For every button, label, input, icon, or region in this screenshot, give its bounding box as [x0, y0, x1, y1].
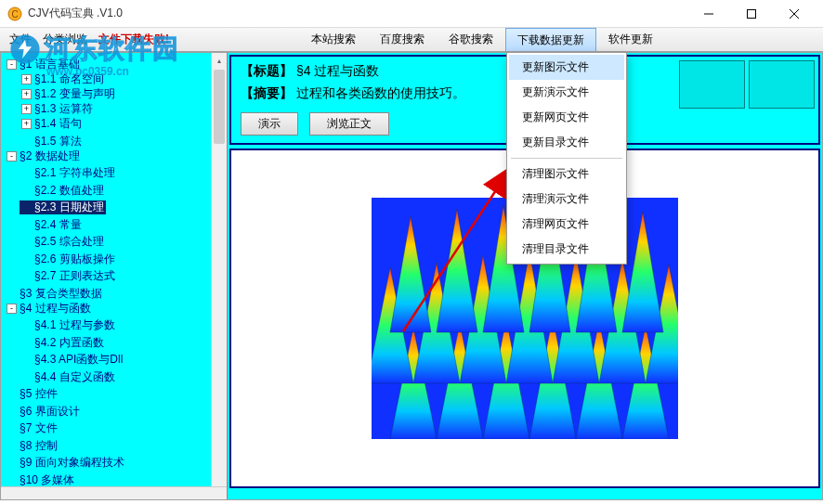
tab-download-update[interactable]: 下载数据更新 — [505, 28, 596, 51]
dropdown-update-demo[interactable]: 更新演示文件 — [509, 80, 624, 105]
tree-item[interactable]: §2.6 剪贴板操作 — [20, 252, 117, 266]
dropdown-clean-catalog[interactable]: 清理目录文件 — [509, 237, 624, 262]
svg-text:C: C — [11, 9, 18, 19]
tree-label: §1.1 命名空间 — [34, 72, 104, 86]
tree-item[interactable]: §3 复合类型数据 — [5, 287, 104, 301]
menu-file[interactable]: 文件 — [9, 32, 32, 47]
tree-item[interactable]: §2.4 常量 — [20, 218, 84, 232]
tree-item[interactable]: §5 控件 — [5, 387, 59, 401]
tree-scrollbar-v[interactable]: ▴▾ — [211, 53, 227, 499]
tree-label: §1.3 运算符 — [34, 102, 93, 116]
tree-toggle-icon[interactable]: - — [7, 304, 17, 314]
title-label: 【标题】 — [241, 63, 293, 78]
app-icon: C — [7, 6, 22, 21]
tree-item[interactable]: §9 面向对象编程技术 — [5, 456, 126, 470]
tree-item[interactable]: §2.5 综合处理 — [20, 235, 106, 249]
tree-item[interactable]: §2.3 日期处理 — [20, 200, 106, 214]
close-button[interactable] — [773, 0, 816, 28]
summary-label: 【摘要】 — [241, 85, 293, 100]
tree-toggle-icon[interactable]: - — [7, 59, 17, 70]
tree-item[interactable]: §2.2 数值处理 — [20, 184, 106, 198]
update-dropdown: 更新图示文件 更新演示文件 更新网页文件 更新目录文件 清理图示文件 清理演示文… — [506, 52, 627, 265]
tree-label: §2.5 综合处理 — [34, 235, 104, 249]
tree-item[interactable]: §4.1 过程与参数 — [20, 318, 117, 332]
tree-item[interactable]: +§1.1 命名空间 — [20, 72, 106, 86]
tree-item[interactable]: +§1.2 变量与声明 — [20, 87, 117, 101]
tree-label: §10 多媒体 — [20, 473, 74, 487]
tab-software-update[interactable]: 软件更新 — [596, 28, 665, 51]
cyan-box-2 — [749, 60, 815, 109]
tree-label: §8 控制 — [20, 439, 58, 453]
tree-label: §2.6 剪贴板操作 — [34, 252, 115, 266]
tree-item[interactable]: §2.1 字符串处理 — [20, 166, 117, 180]
tree-label: §2.4 常量 — [34, 218, 82, 232]
tree-label: §1.5 算法 — [34, 135, 82, 149]
demo-button[interactable]: 演示 — [241, 112, 298, 136]
tree-label: §4.3 API函数与Dll — [34, 353, 123, 367]
svg-rect-3 — [748, 9, 756, 18]
tree-item[interactable]: §10 多媒体 — [5, 473, 76, 487]
menubar: 文件 分类浏览 文件下载失败! 本站搜索 百度搜索 谷歌搜索 下载数据更新 软件… — [0, 28, 823, 52]
tree-item[interactable]: -§4 过程与函数 — [5, 302, 93, 316]
dropdown-clean-image[interactable]: 清理图示文件 — [509, 162, 624, 187]
tree-label: §3 复合类型数据 — [20, 287, 102, 301]
window-title: CJV代码宝典 .V1.0 — [28, 6, 687, 21]
tree-label: §4.1 过程与参数 — [34, 318, 115, 332]
tree-label: §2.2 数值处理 — [34, 184, 104, 198]
tree-label: §4.2 内置函数 — [34, 336, 104, 350]
tree-label: §5 控件 — [20, 387, 58, 401]
tree-toggle-icon[interactable]: - — [7, 151, 17, 162]
tree-label: §2.3 日期处理 — [34, 200, 104, 214]
cyan-box-1 — [679, 60, 745, 109]
tree-scrollbar-h[interactable] — [1, 486, 227, 499]
tab-google-search[interactable]: 谷歌搜索 — [437, 28, 505, 51]
tree-item[interactable]: -§1 语言基础 — [5, 58, 82, 71]
titlebar: C CJV代码宝典 .V1.0 — [0, 0, 823, 28]
tree-toggle-icon[interactable]: + — [21, 119, 32, 129]
tree-toggle-icon[interactable]: + — [21, 74, 32, 84]
tree-toggle-icon[interactable]: + — [21, 89, 32, 99]
tree-item[interactable]: §4.3 API函数与Dll — [20, 353, 124, 367]
menu-browse[interactable]: 分类浏览 — [43, 32, 87, 47]
minimize-button[interactable] — [687, 0, 730, 28]
tree-item[interactable]: §1.5 算法 — [20, 135, 84, 149]
tree-item[interactable]: -§2 数据处理 — [5, 149, 82, 163]
tree-item[interactable]: §8 控制 — [5, 439, 59, 453]
browse-body-button[interactable]: 浏览正文 — [309, 112, 389, 136]
dropdown-update-image[interactable]: 更新图示文件 — [509, 55, 624, 80]
tree-label: §4.4 自定义函数 — [34, 370, 115, 384]
tree-label: §2.7 正则表达式 — [34, 269, 115, 283]
tree-label: §1 语言基础 — [20, 58, 80, 71]
dropdown-update-webpage[interactable]: 更新网页文件 — [509, 105, 624, 130]
summary-text: 过程和各类函数的使用技巧。 — [296, 85, 465, 100]
tree-item[interactable]: §2.7 正则表达式 — [20, 269, 117, 283]
tree-item[interactable]: §6 界面设计 — [5, 405, 82, 419]
maximize-button[interactable] — [730, 0, 773, 28]
tree-label: §2 数据处理 — [20, 149, 80, 163]
tree-label: §1.4 语句 — [34, 117, 82, 131]
tree-panel[interactable]: -§1 语言基础+§1.1 命名空间+§1.2 变量与声明+§1.3 运算符+§… — [1, 53, 228, 499]
tab-baidu-search[interactable]: 百度搜索 — [368, 28, 437, 51]
tree-item[interactable]: +§1.4 语句 — [20, 117, 84, 131]
tree-toggle-icon[interactable]: + — [21, 104, 32, 114]
tree-label: §9 面向对象编程技术 — [20, 456, 124, 470]
title-text: §4 过程与函数 — [296, 63, 379, 78]
tab-strip: 本站搜索 百度搜索 谷歌搜索 下载数据更新 软件更新 — [299, 28, 665, 51]
tree-label: §2.1 字符串处理 — [34, 166, 115, 180]
tree-label: §7 文件 — [20, 421, 58, 435]
dropdown-clean-webpage[interactable]: 清理网页文件 — [509, 212, 624, 237]
dropdown-clean-demo[interactable]: 清理演示文件 — [509, 187, 624, 212]
tree-label: §6 界面设计 — [20, 405, 80, 419]
tab-site-search[interactable]: 本站搜索 — [299, 28, 368, 51]
tree-item[interactable]: +§1.3 运算符 — [20, 102, 95, 116]
tree-item[interactable]: §7 文件 — [5, 421, 59, 435]
tree-label: §1.2 变量与声明 — [34, 87, 115, 101]
tree-label: §4 过程与函数 — [20, 302, 91, 316]
tree-item[interactable]: §4.4 自定义函数 — [20, 370, 117, 384]
tree-item[interactable]: §4.2 内置函数 — [20, 336, 106, 350]
download-fail-text: 文件下载失败! — [98, 32, 169, 47]
dropdown-update-catalog[interactable]: 更新目录文件 — [509, 130, 624, 155]
